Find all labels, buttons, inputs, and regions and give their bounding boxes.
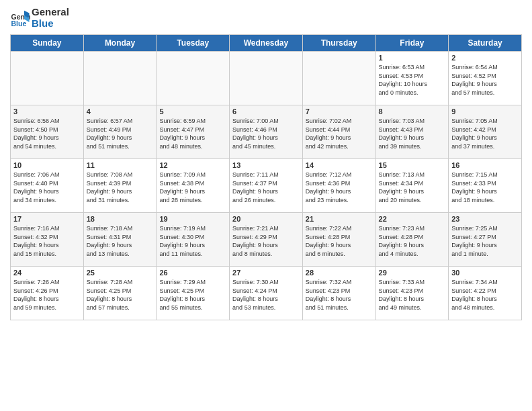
day-cell: 1Sunrise: 6:53 AM Sunset: 4:53 PM Daylig… bbox=[375, 52, 449, 105]
week-row-4: 17Sunrise: 7:16 AM Sunset: 4:32 PM Dayli… bbox=[11, 213, 522, 267]
day-info: Sunrise: 7:00 AM Sunset: 4:46 PM Dayligh… bbox=[232, 117, 300, 150]
day-cell: 26Sunrise: 7:29 AM Sunset: 4:25 PM Dayli… bbox=[157, 267, 230, 320]
day-number: 19 bbox=[159, 215, 226, 223]
day-header-thursday: Thursday bbox=[302, 35, 375, 52]
day-number: 9 bbox=[451, 107, 519, 116]
day-info: Sunrise: 6:57 AM Sunset: 4:49 PM Dayligh… bbox=[87, 117, 154, 150]
day-number: 14 bbox=[306, 161, 373, 169]
day-info: Sunrise: 7:32 AM Sunset: 4:23 PM Dayligh… bbox=[306, 278, 373, 312]
day-info: Sunrise: 6:56 AM Sunset: 4:50 PM Dayligh… bbox=[13, 117, 81, 150]
calendar-body: 1Sunrise: 6:53 AM Sunset: 4:53 PM Daylig… bbox=[11, 52, 522, 320]
day-number: 12 bbox=[159, 161, 226, 169]
day-info: Sunrise: 7:33 AM Sunset: 4:23 PM Dayligh… bbox=[379, 278, 446, 312]
day-info: Sunrise: 7:26 AM Sunset: 4:26 PM Dayligh… bbox=[13, 278, 81, 312]
day-number: 7 bbox=[306, 107, 373, 116]
day-info: Sunrise: 7:12 AM Sunset: 4:36 PM Dayligh… bbox=[306, 171, 373, 204]
day-number: 21 bbox=[306, 215, 373, 223]
day-number: 29 bbox=[379, 269, 446, 277]
day-header-friday: Friday bbox=[375, 35, 449, 52]
day-cell: 7Sunrise: 7:02 AM Sunset: 4:44 PM Daylig… bbox=[302, 105, 375, 159]
day-info: Sunrise: 7:03 AM Sunset: 4:43 PM Dayligh… bbox=[379, 117, 446, 150]
day-info: Sunrise: 7:22 AM Sunset: 4:28 PM Dayligh… bbox=[306, 224, 373, 258]
day-info: Sunrise: 7:08 AM Sunset: 4:39 PM Dayligh… bbox=[87, 171, 154, 204]
day-number: 6 bbox=[232, 107, 300, 116]
day-number: 2 bbox=[451, 54, 519, 62]
day-cell: 22Sunrise: 7:23 AM Sunset: 4:28 PM Dayli… bbox=[375, 213, 449, 267]
day-cell: 9Sunrise: 7:05 AM Sunset: 4:42 PM Daylig… bbox=[449, 105, 522, 159]
day-info: Sunrise: 7:34 AM Sunset: 4:22 PM Dayligh… bbox=[451, 278, 519, 312]
day-number: 20 bbox=[232, 215, 300, 223]
day-header-saturday: Saturday bbox=[449, 35, 522, 52]
day-header-sunday: Sunday bbox=[11, 35, 84, 52]
day-info: Sunrise: 7:16 AM Sunset: 4:32 PM Dayligh… bbox=[13, 224, 81, 258]
day-number: 23 bbox=[451, 215, 519, 223]
day-number: 5 bbox=[159, 107, 226, 116]
day-number: 11 bbox=[87, 161, 154, 169]
day-cell: 6Sunrise: 7:00 AM Sunset: 4:46 PM Daylig… bbox=[230, 105, 303, 159]
page-container: General Blue General Blue SundayMondayTu… bbox=[0, 0, 532, 411]
day-info: Sunrise: 7:29 AM Sunset: 4:25 PM Dayligh… bbox=[159, 278, 226, 312]
day-cell: 8Sunrise: 7:03 AM Sunset: 4:43 PM Daylig… bbox=[375, 105, 449, 159]
day-number: 27 bbox=[232, 269, 300, 277]
logo: General Blue General Blue bbox=[10, 7, 69, 29]
day-info: Sunrise: 6:53 AM Sunset: 4:53 PM Dayligh… bbox=[379, 63, 446, 97]
day-number: 1 bbox=[379, 54, 446, 62]
calendar-table: SundayMondayTuesdayWednesdayThursdayFrid… bbox=[10, 34, 522, 320]
day-header-monday: Monday bbox=[83, 35, 157, 52]
day-cell: 17Sunrise: 7:16 AM Sunset: 4:32 PM Dayli… bbox=[11, 213, 84, 267]
day-cell: 5Sunrise: 6:59 AM Sunset: 4:47 PM Daylig… bbox=[157, 105, 230, 159]
day-info: Sunrise: 7:30 AM Sunset: 4:24 PM Dayligh… bbox=[232, 278, 300, 312]
day-cell bbox=[11, 52, 84, 105]
day-number: 3 bbox=[13, 107, 81, 116]
day-info: Sunrise: 7:21 AM Sunset: 4:29 PM Dayligh… bbox=[232, 224, 300, 258]
day-cell bbox=[157, 52, 230, 105]
day-number: 13 bbox=[232, 161, 300, 169]
day-cell: 25Sunrise: 7:28 AM Sunset: 4:25 PM Dayli… bbox=[83, 267, 157, 320]
day-info: Sunrise: 7:11 AM Sunset: 4:37 PM Dayligh… bbox=[232, 171, 300, 204]
day-cell: 14Sunrise: 7:12 AM Sunset: 4:36 PM Dayli… bbox=[302, 159, 375, 213]
day-number: 30 bbox=[451, 269, 519, 277]
day-header-tuesday: Tuesday bbox=[157, 35, 230, 52]
day-cell: 2Sunrise: 6:54 AM Sunset: 4:52 PM Daylig… bbox=[449, 52, 522, 105]
week-row-3: 10Sunrise: 7:06 AM Sunset: 4:40 PM Dayli… bbox=[11, 159, 522, 213]
day-info: Sunrise: 7:25 AM Sunset: 4:27 PM Dayligh… bbox=[451, 224, 519, 258]
day-number: 24 bbox=[13, 269, 81, 277]
day-cell: 19Sunrise: 7:19 AM Sunset: 4:30 PM Dayli… bbox=[157, 213, 230, 267]
day-cell: 11Sunrise: 7:08 AM Sunset: 4:39 PM Dayli… bbox=[83, 159, 157, 213]
day-cell bbox=[230, 52, 303, 105]
day-info: Sunrise: 7:23 AM Sunset: 4:28 PM Dayligh… bbox=[379, 224, 446, 258]
day-number: 22 bbox=[379, 215, 446, 223]
day-info: Sunrise: 7:06 AM Sunset: 4:40 PM Dayligh… bbox=[13, 171, 81, 204]
day-header-wednesday: Wednesday bbox=[230, 35, 303, 52]
day-number: 25 bbox=[87, 269, 154, 277]
calendar-header-row: SundayMondayTuesdayWednesdayThursdayFrid… bbox=[11, 35, 522, 52]
day-cell: 23Sunrise: 7:25 AM Sunset: 4:27 PM Dayli… bbox=[449, 213, 522, 267]
day-info: Sunrise: 7:19 AM Sunset: 4:30 PM Dayligh… bbox=[159, 224, 226, 258]
week-row-2: 3Sunrise: 6:56 AM Sunset: 4:50 PM Daylig… bbox=[11, 105, 522, 159]
day-cell: 4Sunrise: 6:57 AM Sunset: 4:49 PM Daylig… bbox=[83, 105, 157, 159]
day-number: 17 bbox=[13, 215, 81, 223]
day-cell bbox=[302, 52, 375, 105]
day-cell: 15Sunrise: 7:13 AM Sunset: 4:34 PM Dayli… bbox=[375, 159, 449, 213]
day-number: 15 bbox=[379, 161, 446, 169]
day-cell: 10Sunrise: 7:06 AM Sunset: 4:40 PM Dayli… bbox=[11, 159, 84, 213]
day-info: Sunrise: 7:15 AM Sunset: 4:33 PM Dayligh… bbox=[451, 171, 519, 204]
day-cell: 12Sunrise: 7:09 AM Sunset: 4:38 PM Dayli… bbox=[157, 159, 230, 213]
day-info: Sunrise: 7:02 AM Sunset: 4:44 PM Dayligh… bbox=[306, 117, 373, 150]
day-cell: 18Sunrise: 7:18 AM Sunset: 4:31 PM Dayli… bbox=[83, 213, 157, 267]
day-number: 4 bbox=[87, 107, 154, 116]
day-cell: 30Sunrise: 7:34 AM Sunset: 4:22 PM Dayli… bbox=[449, 267, 522, 320]
week-row-5: 24Sunrise: 7:26 AM Sunset: 4:26 PM Dayli… bbox=[11, 267, 522, 320]
day-number: 10 bbox=[13, 161, 81, 169]
day-info: Sunrise: 7:18 AM Sunset: 4:31 PM Dayligh… bbox=[87, 224, 154, 258]
day-cell: 27Sunrise: 7:30 AM Sunset: 4:24 PM Dayli… bbox=[230, 267, 303, 320]
day-info: Sunrise: 6:54 AM Sunset: 4:52 PM Dayligh… bbox=[451, 63, 519, 97]
day-cell: 3Sunrise: 6:56 AM Sunset: 4:50 PM Daylig… bbox=[11, 105, 84, 159]
day-number: 8 bbox=[379, 107, 446, 116]
day-info: Sunrise: 6:59 AM Sunset: 4:47 PM Dayligh… bbox=[159, 117, 226, 150]
day-cell: 13Sunrise: 7:11 AM Sunset: 4:37 PM Dayli… bbox=[230, 159, 303, 213]
day-cell: 16Sunrise: 7:15 AM Sunset: 4:33 PM Dayli… bbox=[449, 159, 522, 213]
day-number: 28 bbox=[306, 269, 373, 277]
week-row-1: 1Sunrise: 6:53 AM Sunset: 4:53 PM Daylig… bbox=[11, 52, 522, 105]
header: General Blue General Blue bbox=[10, 7, 522, 29]
